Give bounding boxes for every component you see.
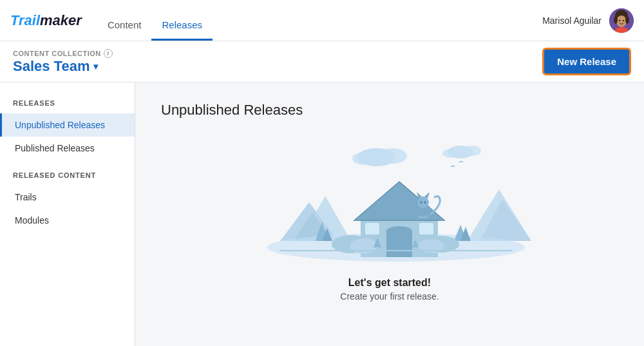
empty-state-text: Let's get started! Create your first rel…	[340, 277, 439, 302]
sidebar-item-trails[interactable]: Trails	[0, 186, 135, 209]
svg-point-35	[424, 201, 426, 204]
svg-point-34	[421, 201, 422, 204]
logo-maker: maker	[40, 12, 82, 28]
svg-point-12	[463, 146, 481, 156]
page-title: Unpublished Releases	[161, 102, 303, 119]
sidebar: RELEASES Unpublished Releases Published …	[0, 82, 135, 346]
sidebar-item-modules[interactable]: Modules	[0, 209, 135, 232]
svg-point-39	[350, 238, 378, 254]
sidebar-divider	[0, 160, 135, 168]
dropdown-arrow-icon: ▾	[93, 61, 98, 72]
user-name: Marisol Aguilar	[542, 15, 601, 26]
svg-point-26	[386, 226, 412, 236]
tab-releases[interactable]: Releases	[151, 0, 213, 41]
new-release-button[interactable]: New Release	[542, 48, 631, 75]
logo-text: Trailmaker	[10, 12, 82, 29]
sub-header: CONTENT COLLECTION i Sales Team ▾ New Re…	[0, 41, 644, 82]
svg-point-9	[379, 148, 407, 164]
empty-state: Let's get started! Create your first rel…	[161, 138, 618, 302]
tab-content[interactable]: Content	[97, 0, 152, 41]
logo-trail: Trail	[10, 12, 40, 28]
info-icon[interactable]: i	[104, 49, 113, 58]
collection-label: CONTENT COLLECTION i	[13, 49, 113, 58]
sidebar-section-released-content: RELEASED CONTENT	[0, 168, 135, 183]
logo: Trailmaker	[10, 12, 82, 29]
avatar	[609, 8, 634, 33]
svg-point-31	[417, 197, 429, 208]
svg-point-7	[623, 19, 624, 21]
empty-state-subtitle: Create your first release.	[340, 291, 439, 302]
svg-point-3	[614, 16, 618, 24]
sidebar-item-unpublished-releases[interactable]: Unpublished Releases	[0, 113, 135, 137]
sidebar-section-releases: RELEASES	[0, 95, 135, 111]
svg-rect-27	[365, 223, 379, 235]
sidebar-item-published-releases[interactable]: Published Releases	[0, 137, 135, 160]
svg-rect-28	[419, 223, 433, 235]
empty-illustration	[261, 138, 518, 267]
header-right: Marisol Aguilar	[542, 8, 634, 33]
collection-info: CONTENT COLLECTION i Sales Team ▾	[13, 49, 113, 75]
content-area: Unpublished Releases	[135, 82, 644, 346]
svg-point-6	[619, 19, 620, 21]
header: Trailmaker Content Releases Marisol Agui…	[0, 0, 644, 41]
collection-name[interactable]: Sales Team ▾	[13, 58, 113, 75]
svg-point-2	[616, 15, 627, 27]
nav-tabs: Content Releases	[97, 0, 213, 41]
svg-point-10	[352, 152, 375, 165]
empty-state-title: Let's get started!	[340, 277, 439, 289]
svg-point-4	[625, 16, 629, 24]
svg-point-13	[442, 149, 459, 158]
main: RELEASES Unpublished Releases Published …	[0, 82, 644, 346]
